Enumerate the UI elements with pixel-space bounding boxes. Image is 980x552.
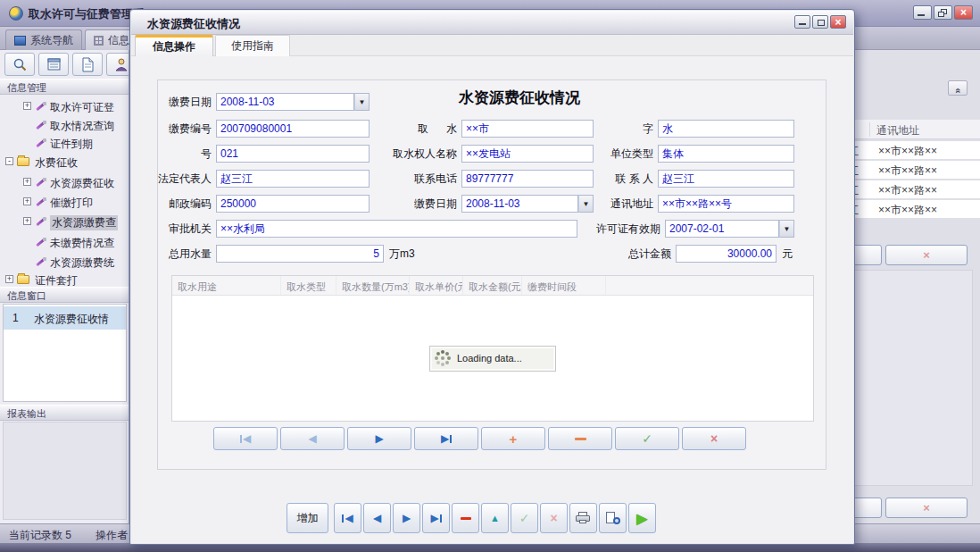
toolbar-prev-button[interactable]: ◀: [363, 503, 391, 533]
panel-collapse-button[interactable]: «: [948, 80, 968, 96]
tool-icon: [35, 237, 46, 248]
expand-icon[interactable]: +: [23, 102, 31, 110]
approve-org-field[interactable]: [216, 220, 577, 238]
zi-field[interactable]: [658, 120, 794, 138]
total-water-field[interactable]: [216, 245, 384, 263]
label-zi: 字: [600, 120, 653, 138]
report-button[interactable]: [38, 53, 69, 76]
col-unit-price[interactable]: 取水单价(元): [410, 276, 463, 295]
legal-rep-field[interactable]: [216, 170, 370, 188]
screen: 取水许可与征费管理系 × 系统导航 信息管理: [0, 0, 980, 552]
toolbar-preview-button[interactable]: [599, 503, 627, 533]
bg-cancel-button[interactable]: ×: [885, 245, 968, 265]
col-amount[interactable]: 取水金额(元): [463, 276, 522, 295]
minus-icon: [575, 438, 586, 440]
pay-date-field[interactable]: [461, 195, 578, 213]
bg-cancel-button[interactable]: ×: [885, 498, 968, 518]
tree-item-unpaid-query[interactable]: 未缴费情况查: [0, 234, 129, 250]
expand-icon[interactable]: +: [23, 178, 31, 186]
label-total-water: 总用水量: [158, 245, 212, 263]
pay-date-top-field[interactable]: [216, 93, 354, 111]
dropdown-arrow-icon[interactable]: ▼: [354, 93, 370, 111]
nav-delete-button[interactable]: [548, 427, 612, 450]
unit-type-field[interactable]: [658, 145, 794, 163]
col-intake-type[interactable]: 取水类型: [281, 276, 336, 295]
label-pay-no: 缴费编号: [158, 120, 212, 138]
dialog-title: 水资源费征收情况: [147, 16, 240, 32]
table-row[interactable]: 江 ××市××路××: [844, 141, 980, 159]
tree-item-water-fee-folder[interactable]: - 水费征收: [0, 154, 129, 170]
dropdown-arrow-icon[interactable]: ▼: [578, 195, 594, 213]
phone-field[interactable]: [461, 170, 594, 188]
dialog-close-button[interactable]: ×: [830, 15, 846, 29]
label-address: 通讯地址: [600, 195, 653, 213]
document-button[interactable]: [72, 53, 103, 76]
dialog-maximize-button[interactable]: [812, 15, 828, 29]
tree-item-reminder-print[interactable]: + 催缴打印: [0, 194, 129, 210]
table-row[interactable]: 江 ××市××路××: [844, 200, 980, 218]
tab-user-guide[interactable]: 使用指南: [215, 35, 290, 56]
user-button[interactable]: [106, 53, 129, 76]
expand-icon[interactable]: +: [5, 275, 13, 283]
bg-memo-panel: [848, 270, 973, 486]
postcode-field[interactable]: [216, 195, 370, 213]
restore-button[interactable]: [934, 5, 952, 20]
col-pay-period[interactable]: 缴费时间段: [522, 276, 606, 295]
nav-add-button[interactable]: +: [481, 427, 545, 450]
close-icon: ×: [955, 6, 972, 20]
tree-item-intake-permit-reg[interactable]: + 取水许可证登: [0, 98, 129, 114]
toolbar-last-button[interactable]: ▶: [422, 503, 450, 533]
table-row[interactable]: 江 ××市××路××: [844, 161, 980, 179]
toolbar-edit-button[interactable]: ▲: [481, 503, 509, 533]
toolbar-confirm-button[interactable]: ✓: [511, 503, 538, 533]
license-valid-field[interactable]: [665, 220, 779, 238]
contact-field[interactable]: [658, 170, 794, 188]
nav-first-button[interactable]: ◀: [213, 427, 278, 450]
section-header-info-mgmt: 信息管理: [0, 79, 129, 95]
nav-cancel-button[interactable]: ×: [682, 427, 746, 450]
tree-item-cert-print-folder[interactable]: + 证件套打: [0, 272, 129, 288]
next-icon: ▶: [403, 513, 411, 523]
toolbar-delete-button[interactable]: [452, 503, 479, 533]
nav-confirm-button[interactable]: ✓: [615, 427, 679, 450]
col-intake-purpose[interactable]: 取水用途: [172, 276, 281, 295]
table-row[interactable]: 江 ××市××路××: [844, 180, 980, 198]
last-icon: ▶: [441, 433, 449, 444]
tree-item-payment-stats[interactable]: 水资源缴费统: [0, 254, 129, 270]
toolbar-run-button[interactable]: ▶: [628, 503, 656, 533]
total-amount-field[interactable]: [676, 245, 777, 263]
label-legal-rep: 法定代表人: [158, 170, 212, 188]
tree-item-fee-collection[interactable]: + 水资源费征收: [0, 174, 129, 190]
minimize-button[interactable]: [913, 5, 932, 20]
tab-info-operation[interactable]: 信息操作: [135, 35, 213, 56]
toolbar-next-button[interactable]: ▶: [393, 503, 420, 533]
col-intake-quantity[interactable]: 取水数量(万m3): [336, 276, 410, 295]
tree-item-cert-expiry[interactable]: 证件到期: [0, 135, 129, 151]
expand-icon[interactable]: +: [23, 217, 31, 225]
toolbar-cancel-button[interactable]: ×: [540, 503, 568, 533]
info-window-item[interactable]: 1 水资源费征收情: [4, 306, 126, 330]
tree-item-intake-query[interactable]: 取水情况查询: [0, 117, 129, 133]
intake-prefix-field[interactable]: [461, 120, 594, 138]
dialog-titlebar[interactable]: 水资源费征收情况 ×: [131, 11, 853, 35]
dropdown-arrow-icon[interactable]: ▼: [779, 220, 794, 238]
tab-system-nav[interactable]: 系统导航: [5, 29, 82, 50]
dialog-minimize-button[interactable]: [794, 15, 810, 29]
pay-no-field[interactable]: [216, 120, 370, 138]
holder-name-field[interactable]: [461, 145, 594, 163]
hao-field[interactable]: [216, 145, 370, 163]
nav-last-button[interactable]: ▶: [414, 427, 478, 450]
nav-next-button[interactable]: ▶: [347, 427, 411, 450]
tree-item-payment-query[interactable]: + 水资源缴费查: [0, 213, 129, 230]
add-button[interactable]: 增加: [287, 503, 328, 533]
nav-prev-button[interactable]: ◀: [280, 427, 345, 450]
close-button[interactable]: ×: [954, 5, 973, 20]
toolbar-print-button[interactable]: [569, 503, 597, 533]
label-pay-date: 缴费日期: [372, 195, 457, 213]
collapse-icon[interactable]: -: [5, 157, 13, 165]
search-button[interactable]: [4, 53, 35, 76]
report-output-area: [3, 422, 127, 520]
expand-icon[interactable]: +: [23, 197, 31, 205]
toolbar-first-button[interactable]: ◀: [334, 503, 361, 533]
address-field[interactable]: [658, 195, 794, 213]
